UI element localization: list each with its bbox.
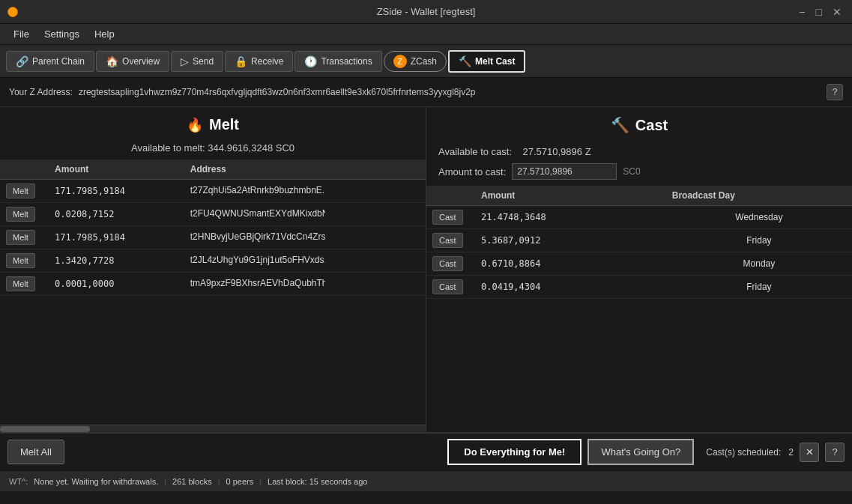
menu-file[interactable]: File bbox=[6, 25, 37, 43]
cast-day-0: Wednesday bbox=[666, 206, 852, 229]
cast-day-2: Monday bbox=[666, 252, 852, 276]
wt-label: WT^: bbox=[9, 477, 28, 486]
melt-header: 🔥 Melt bbox=[0, 107, 426, 142]
melt-row-button-3[interactable]: Melt bbox=[6, 253, 35, 268]
melt-row-button-1[interactable]: Melt bbox=[6, 207, 35, 222]
melt-scrollbar-thumb bbox=[0, 426, 90, 432]
close-button[interactable]: ✕ bbox=[830, 7, 845, 17]
cast-day-3: Friday bbox=[666, 276, 852, 299]
cast-amount-3: 0.0419,4304 bbox=[475, 276, 666, 299]
bottom-bar: Melt All Do Everything for Me! What's Go… bbox=[0, 433, 852, 470]
zaddress-value: zregtestsapling1vhwzm9z770m4rs6qxfvgljqd… bbox=[79, 87, 821, 97]
flame-icon: 🔥 bbox=[187, 117, 203, 133]
cast-col-action bbox=[426, 186, 475, 206]
toolbar-btn-receive[interactable]: 🔒 Receive bbox=[225, 51, 293, 72]
blocks-value: 261 blocks bbox=[172, 477, 212, 486]
cast-row-button-2[interactable]: Cast bbox=[432, 256, 463, 271]
melt-amount-1: 0.0208,7152 bbox=[49, 203, 184, 226]
cast-amount-2: 0.6710,8864 bbox=[475, 252, 666, 276]
cast-unit-label: SC0 bbox=[623, 166, 640, 177]
casts-scheduled-label: Cast(s) scheduled: 2 bbox=[706, 447, 794, 458]
menubar: File Settings Help bbox=[0, 24, 852, 45]
melt-amount-2: 171.7985,9184 bbox=[49, 226, 184, 249]
cast-table-container[interactable]: Amount Broadcast Day Cast 21.4748,3648 W… bbox=[426, 186, 852, 432]
toolbar-label-overview: Overview bbox=[122, 56, 160, 67]
chain-icon: 🔗 bbox=[16, 55, 28, 67]
close-sched-icon: ✕ bbox=[806, 446, 814, 458]
melt-title: Melt bbox=[209, 116, 239, 133]
melt-amount-0: 171.7985,9184 bbox=[49, 180, 184, 203]
cast-day-1: Friday bbox=[666, 229, 852, 252]
cast-row-button-1[interactable]: Cast bbox=[432, 233, 463, 248]
titlebar-controls: − □ ✕ bbox=[796, 7, 845, 17]
close-scheduled-button[interactable]: ✕ bbox=[800, 443, 819, 462]
melt-row-button-4[interactable]: Melt bbox=[6, 276, 35, 291]
melt-available-value: 344.9616,3248 SC0 bbox=[208, 142, 294, 154]
toolbar-btn-melt-cast[interactable]: 🔨 Melt Cast bbox=[448, 50, 525, 73]
main-content: 🔥 Melt Available to melt: 344.9616,3248 … bbox=[0, 107, 852, 433]
home-icon: 🏠 bbox=[106, 55, 118, 67]
cast-header: 🔨 Cast bbox=[426, 107, 852, 143]
app-icon bbox=[7, 7, 18, 17]
last-block-value: Last block: 15 seconds ago bbox=[268, 477, 367, 486]
cast-col-amount: Amount bbox=[475, 186, 666, 206]
zaddress-label: Your Z Address: bbox=[9, 87, 73, 97]
cast-table-row: Cast 0.0419,4304 Friday bbox=[426, 276, 852, 299]
toolbar: 🔗 Parent Chain 🏠 Overview ▷ Send 🔒 Recei… bbox=[0, 45, 852, 78]
melt-all-button[interactable]: Melt All bbox=[7, 440, 64, 464]
minimize-button[interactable]: − bbox=[796, 7, 808, 17]
toolbar-btn-transactions[interactable]: 🕐 Transactions bbox=[294, 51, 381, 72]
melt-table-row: Melt 1.3420,7728 t2JL4zUhgYu9G1jnj1ut5oF… bbox=[0, 249, 426, 273]
whats-going-on-button[interactable]: What's Going On? bbox=[587, 439, 694, 465]
melt-table-row: Melt 0.0208,7152 t2FU4QWNUSmantEXYdMKixd… bbox=[0, 203, 426, 226]
cast-table-row: Cast 0.6710,8864 Monday bbox=[426, 252, 852, 276]
cast-amount-1: 5.3687,0912 bbox=[475, 229, 666, 252]
cast-available: Available to cast: 27.5710,9896 Z bbox=[426, 143, 852, 160]
status-bar: WT^: None yet. Waiting for withdrawals. … bbox=[0, 470, 852, 491]
toolbar-btn-send[interactable]: ▷ Send bbox=[171, 51, 223, 72]
melt-address-0: t27ZqhUi5a2AtRnrkb9buzhmbnE... bbox=[184, 180, 426, 203]
titlebar: ZSide - Wallet [regtest] − □ ✕ bbox=[0, 0, 852, 24]
melt-address-3: t2JL4zUhgYu9G1jnj1ut5oFHVxds... bbox=[184, 249, 426, 273]
toolbar-btn-overview[interactable]: 🏠 Overview bbox=[96, 51, 169, 72]
toolbar-label-receive: Receive bbox=[251, 56, 283, 67]
cast-amount-0: 21.4748,3648 bbox=[475, 206, 666, 229]
zaddress-help-button[interactable]: ? bbox=[827, 84, 843, 100]
zaddress-bar: Your Z Address: zregtestsapling1vhwzm9z7… bbox=[0, 78, 852, 107]
melt-table-container[interactable]: Amount Address Melt 171.7985,9184 t27Zqh… bbox=[0, 160, 426, 425]
help-bottom-icon: ? bbox=[832, 446, 837, 458]
melt-address-4: tmA9pxzF9BXhsrAEVhDaQubhTh... bbox=[184, 273, 426, 296]
cast-panel: 🔨 Cast Available to cast: 27.5710,9896 Z… bbox=[426, 107, 852, 432]
melt-row-button-2[interactable]: Melt bbox=[6, 230, 35, 245]
cast-table-row: Cast 5.3687,0912 Friday bbox=[426, 229, 852, 252]
melt-address-2: t2HNBvyjUeGBjQirk71VdcCn4Zrs... bbox=[184, 226, 426, 249]
cast-amount-input[interactable] bbox=[512, 163, 617, 180]
cast-row-button-0[interactable]: Cast bbox=[432, 210, 463, 225]
melt-cast-icon: 🔨 bbox=[459, 55, 471, 67]
maximize-button[interactable]: □ bbox=[813, 7, 825, 17]
melt-table-row: Melt 171.7985,9184 t2HNBvyjUeGBjQirk71Vd… bbox=[0, 226, 426, 249]
melt-panel: 🔥 Melt Available to melt: 344.9616,3248 … bbox=[0, 107, 426, 432]
toolbar-label-transactions: Transactions bbox=[321, 56, 372, 67]
cast-row-button-3[interactable]: Cast bbox=[432, 279, 463, 294]
melt-table: Amount Address Melt 171.7985,9184 t27Zqh… bbox=[0, 160, 426, 296]
receive-icon: 🔒 bbox=[235, 55, 247, 67]
menu-settings[interactable]: Settings bbox=[37, 25, 87, 43]
do-everything-button[interactable]: Do Everything for Me! bbox=[447, 439, 581, 465]
bottom-help-button[interactable]: ? bbox=[825, 443, 845, 462]
hammer-icon: 🔨 bbox=[611, 116, 629, 134]
melt-col-address: Address bbox=[184, 160, 426, 180]
menu-help[interactable]: Help bbox=[87, 25, 122, 43]
window-title: ZSide - Wallet [regtest] bbox=[377, 6, 476, 17]
send-icon: ▷ bbox=[181, 55, 189, 67]
cast-available-value: 27.5710,9896 Z bbox=[523, 146, 591, 157]
toolbar-btn-zcash[interactable]: Z ZCash bbox=[384, 51, 447, 72]
toolbar-btn-parent-chain[interactable]: 🔗 Parent Chain bbox=[6, 51, 94, 72]
cast-table-row: Cast 21.4748,3648 Wednesday bbox=[426, 206, 852, 229]
melt-scrollbar[interactable] bbox=[0, 425, 426, 432]
melt-table-row: Melt 0.0001,0000 tmA9pxzF9BXhsrAEVhDaQub… bbox=[0, 273, 426, 296]
cast-table: Amount Broadcast Day Cast 21.4748,3648 W… bbox=[426, 186, 852, 299]
cast-title: Cast bbox=[635, 117, 668, 134]
melt-address-1: t2FU4QWNUSmantEXYdMKixdbN... bbox=[184, 203, 426, 226]
melt-row-button-0[interactable]: Melt bbox=[6, 183, 35, 198]
